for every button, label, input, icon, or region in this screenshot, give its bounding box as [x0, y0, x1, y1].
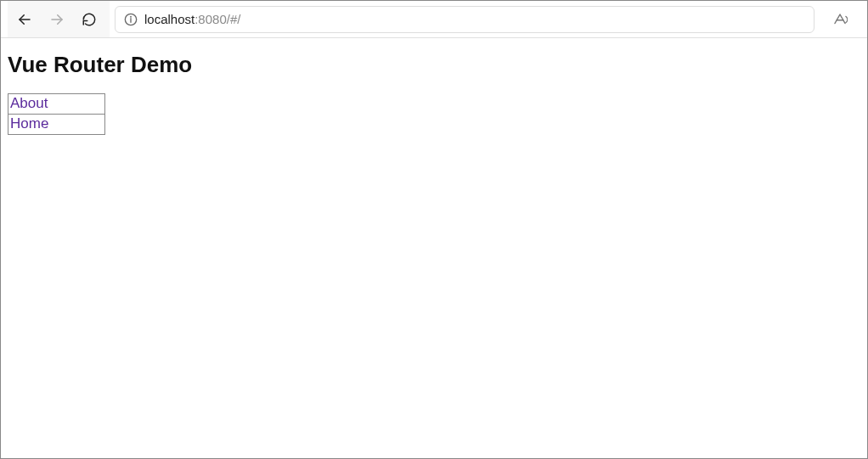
table-row: About [8, 94, 105, 115]
address-bar[interactable]: localhost:8080/#/ [115, 6, 814, 33]
toolbar-right [820, 4, 860, 35]
svg-point-4 [131, 16, 132, 17]
home-link[interactable]: Home [10, 115, 48, 132]
forward-icon [49, 12, 65, 27]
address-host: localhost [144, 12, 194, 26]
browser-toolbar: localhost:8080/#/ [1, 1, 867, 38]
read-aloud-button[interactable] [825, 4, 855, 35]
address-port: :8080 [194, 12, 227, 26]
page-title: Vue Router Demo [8, 52, 860, 78]
links-table: About Home [8, 93, 105, 135]
back-button[interactable] [9, 4, 40, 35]
forward-button [42, 4, 72, 35]
address-path: /#/ [227, 12, 241, 26]
about-link[interactable]: About [10, 95, 48, 111]
nav-button-group [8, 1, 110, 37]
refresh-icon [82, 12, 97, 27]
table-row: Home [8, 115, 105, 135]
refresh-button[interactable] [74, 4, 104, 35]
address-text: localhost:8080/#/ [144, 12, 240, 26]
back-icon [17, 12, 32, 27]
page-content: Vue Router Demo About Home [1, 38, 867, 148]
info-icon[interactable] [124, 13, 138, 26]
read-aloud-icon [832, 12, 848, 27]
